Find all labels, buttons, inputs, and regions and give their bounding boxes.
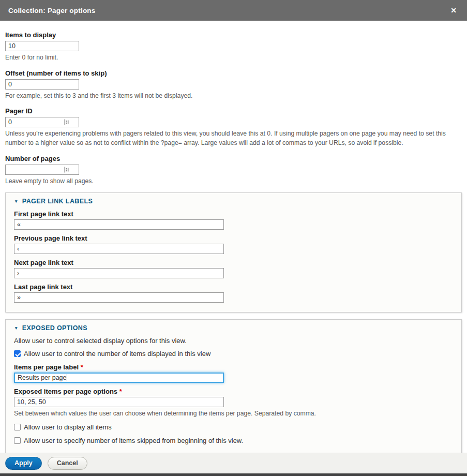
pager-id-input[interactable] xyxy=(5,117,79,127)
checkbox-row-allow-display-all[interactable]: Allow user to display all items xyxy=(14,423,453,431)
first-page-link-label: First page link text xyxy=(14,210,453,218)
collapse-arrow-icon: ▼ xyxy=(14,325,19,331)
previous-page-link-label: Previous page link text xyxy=(14,234,453,242)
checkbox[interactable] xyxy=(14,437,21,444)
checkbox[interactable] xyxy=(14,424,21,430)
required-asterisk: * xyxy=(119,388,122,395)
first-page-link-input[interactable] xyxy=(14,219,224,230)
apply-button[interactable]: Apply xyxy=(5,457,42,470)
form-item-items-per-page-label: Items per page label * xyxy=(14,363,453,383)
form-item-next-page-link: Next page link text xyxy=(14,259,453,278)
checkbox-label: Allow user to specify number of items sk… xyxy=(24,437,243,444)
checkbox-row-allow-items-per-page[interactable]: Allow user to control the number of item… xyxy=(14,350,453,358)
checkbox-label: Allow user to display all items xyxy=(24,423,112,431)
fieldset-legend-exposed-options[interactable]: ▼ EXPOSED OPTIONS xyxy=(14,324,453,332)
exposed-options-intro: Allow user to control selected display o… xyxy=(14,337,453,345)
form-item-pager-id: Pager ID Unless you're experiencing prob… xyxy=(5,107,462,147)
items-to-display-help: Enter 0 for no limit. xyxy=(5,53,462,63)
checkbox-row-allow-skip-items[interactable]: Allow user to specify number of items sk… xyxy=(14,437,453,444)
cancel-button[interactable]: Cancel xyxy=(48,457,87,470)
number-of-pages-input[interactable] xyxy=(5,165,79,175)
dialog-content: Items to display Enter 0 for no limit. O… xyxy=(0,21,467,453)
dialog-footer: Apply Cancel xyxy=(0,453,467,473)
form-item-number-of-pages: Number of pages Leave empty to show all … xyxy=(5,155,462,186)
required-asterisk: * xyxy=(81,363,83,371)
exposed-items-options-input[interactable] xyxy=(14,397,224,407)
items-to-display-label: Items to display xyxy=(5,31,462,39)
form-item-offset: Offset (number of items to skip) For exa… xyxy=(5,69,462,101)
last-page-link-label: Last page link text xyxy=(14,283,453,291)
legend-text: PAGER LINK LABELS xyxy=(22,198,93,205)
pager-id-label: Pager ID xyxy=(5,107,462,115)
exposed-items-options-label: Exposed items per page options * xyxy=(14,388,453,395)
checkbox-label: Allow user to control the number of item… xyxy=(24,350,210,358)
pager-id-help: Unless you're experiencing problems with… xyxy=(5,129,462,147)
form-item-last-page-link: Last page link text xyxy=(14,283,453,303)
form-item-previous-page-link: Previous page link text xyxy=(14,234,453,254)
offset-help: For example, set this to 3 and the first… xyxy=(5,92,462,101)
previous-page-link-input[interactable] xyxy=(14,244,224,254)
dialog-header: Collection: Pager options ✕ xyxy=(0,0,467,21)
number-of-pages-help: Leave empty to show all pages. xyxy=(5,177,462,186)
text-caret xyxy=(67,374,67,381)
items-per-page-label-input[interactable] xyxy=(14,373,224,383)
items-per-page-label-label: Items per page label * xyxy=(14,363,453,371)
fieldset-exposed-options: ▼ EXPOSED OPTIONS Allow user to control … xyxy=(5,319,462,453)
number-of-pages-label: Number of pages xyxy=(5,155,462,162)
items-to-display-input[interactable] xyxy=(5,41,79,51)
offset-label: Offset (number of items to skip) xyxy=(5,69,462,77)
form-item-items-to-display: Items to display Enter 0 for no limit. xyxy=(5,31,462,63)
legend-text: EXPOSED OPTIONS xyxy=(22,324,87,332)
form-item-exposed-items-options: Exposed items per page options * Set bet… xyxy=(14,388,453,419)
collapse-arrow-icon: ▼ xyxy=(14,199,19,204)
dialog-title: Collection: Pager options xyxy=(8,7,448,14)
close-icon[interactable]: ✕ xyxy=(448,6,459,15)
form-item-first-page-link: First page link text xyxy=(14,210,453,230)
checkbox[interactable] xyxy=(14,350,21,357)
next-page-link-input[interactable] xyxy=(14,268,224,278)
next-page-link-label: Next page link text xyxy=(14,259,453,266)
exposed-items-options-help: Set between which values the user can ch… xyxy=(14,409,453,419)
page-background-strip xyxy=(0,473,467,476)
last-page-link-input[interactable] xyxy=(14,292,224,303)
offset-input[interactable] xyxy=(5,79,79,90)
fieldset-pager-link-labels: ▼ PAGER LINK LABELS First page link text… xyxy=(5,192,462,313)
fieldset-legend-pager-link-labels[interactable]: ▼ PAGER LINK LABELS xyxy=(14,198,453,205)
